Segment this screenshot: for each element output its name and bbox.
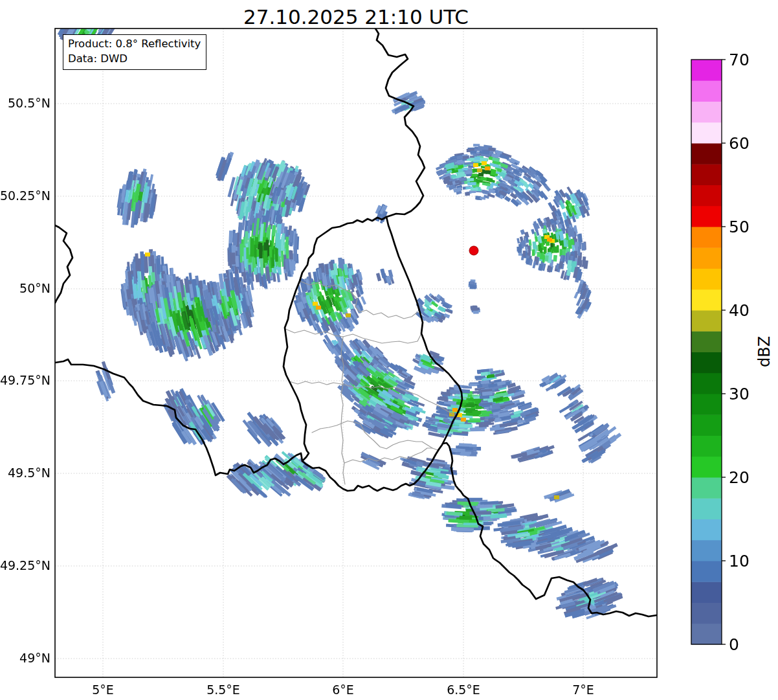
x-tick-label: 5.5°E: [206, 683, 240, 697]
colorbar-tick-label: 10: [729, 552, 750, 570]
colorbar-tick-label: 0: [729, 635, 739, 654]
weather-radar-figure: 27.10.2025 21:10 UTC Product: 0.8° Refle…: [0, 0, 778, 700]
y-tick-label: 49.25°N: [0, 558, 50, 572]
colorbar-tick-label: 40: [729, 301, 750, 320]
y-tick-label: 49.75°N: [0, 373, 50, 387]
x-tick-label: 7°E: [572, 683, 594, 697]
x-tick-label: 6°E: [332, 683, 354, 697]
x-axis-tick-labels: 5°E5.5°E6°E6.5°E7°E: [92, 683, 594, 697]
data-source-line: Data: DWD: [68, 51, 201, 66]
x-tick-label: 5°E: [92, 683, 114, 697]
colorbar-tick-label: 70: [729, 51, 750, 69]
colorbar-tick-label: 20: [729, 468, 750, 487]
y-axis-tick-labels: 49°N49.25°N49.5°N49.75°N50°N50.25°N50.5°…: [0, 96, 50, 665]
y-tick-label: 50.25°N: [0, 188, 50, 203]
radar-map-canvas: 5°E5.5°E6°E6.5°E7°E49°N49.25°N49.5°N49.7…: [0, 0, 778, 700]
colorbar-tick-label: 50: [729, 218, 750, 236]
x-tick-label: 6.5°E: [447, 683, 480, 697]
colorbar-tick-label: 60: [729, 134, 750, 153]
y-tick-label: 49.5°N: [8, 466, 50, 480]
y-tick-label: 49°N: [19, 651, 50, 665]
radar-site-marker: [469, 246, 478, 255]
y-tick-label: 50°N: [19, 281, 50, 295]
product-annotation-box: Product: 0.8° Reflectivity Data: DWD: [63, 34, 206, 70]
colorbar-tick-label: 30: [729, 385, 750, 403]
y-tick-label: 50.5°N: [8, 96, 50, 110]
product-line: Product: 0.8° Reflectivity: [68, 36, 201, 51]
colorbar: 010203040506070: [691, 51, 750, 654]
